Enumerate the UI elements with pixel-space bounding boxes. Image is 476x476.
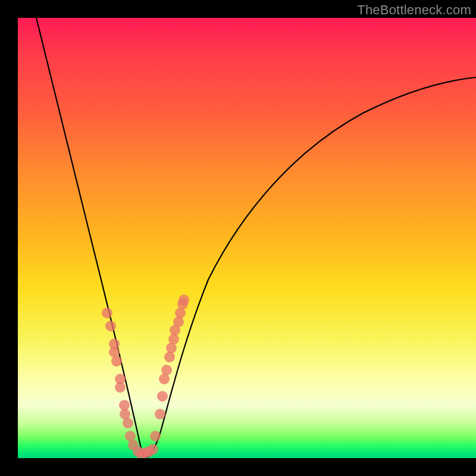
sample-dot: [155, 409, 165, 419]
sample-dot: [178, 295, 189, 305]
sample-dot: [125, 431, 136, 441]
watermark-text: TheBottleneck.com: [357, 2, 471, 18]
sample-dot: [175, 308, 186, 318]
sample-dot: [143, 446, 154, 457]
sample-dot: [173, 317, 184, 327]
sample-dot: [140, 447, 151, 458]
sample-dot: [157, 391, 168, 402]
sample-dot: [159, 374, 170, 384]
sample-dot: [168, 334, 179, 345]
sample-dot: [109, 347, 120, 358]
sample-dots: [102, 295, 189, 458]
sample-dot: [120, 409, 130, 419]
sample-dot: [115, 374, 126, 384]
sample-dot: [150, 431, 161, 441]
sample-dot: [148, 444, 158, 455]
sample-dot: [170, 325, 180, 336]
sample-dot: [109, 339, 120, 349]
sample-dot: [115, 382, 126, 393]
sample-dot: [119, 400, 130, 411]
sample-dot: [177, 299, 188, 309]
sample-dot: [123, 418, 133, 428]
sample-dot: [133, 446, 143, 457]
bottleneck-curve: [36, 18, 476, 457]
sample-dot: [166, 343, 177, 353]
curve-layer: [18, 18, 476, 458]
chart-frame: TheBottleneck.com: [0, 0, 476, 476]
sample-dot: [111, 356, 122, 367]
sample-dot: [136, 449, 147, 458]
sample-dot: [102, 308, 112, 318]
sample-dot: [164, 352, 175, 362]
sample-dot: [128, 440, 139, 450]
sample-dot: [105, 321, 116, 331]
sample-dot: [161, 365, 172, 375]
plot-area: [18, 18, 476, 458]
